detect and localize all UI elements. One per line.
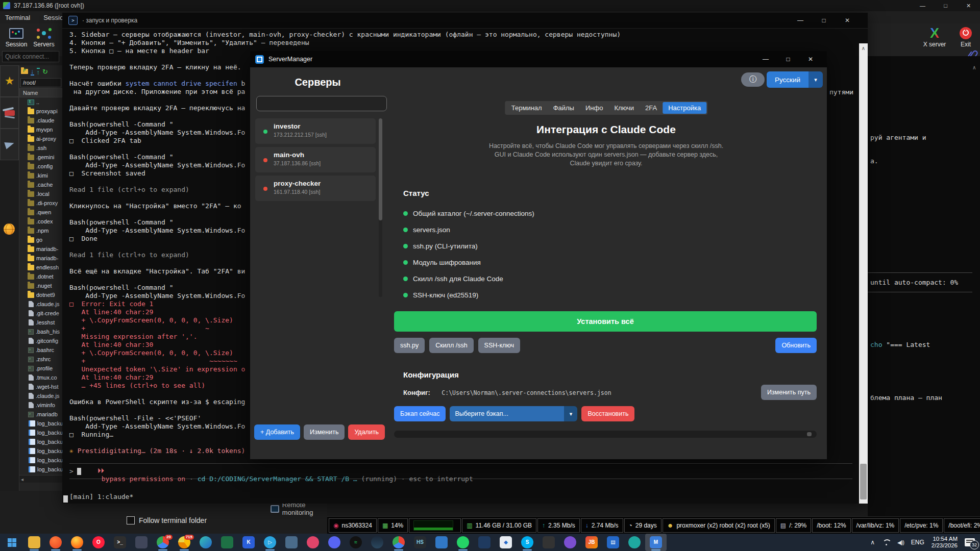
tool-button[interactable]: ssh.py [394,338,425,353]
folder-up-icon[interactable] [21,69,28,74]
file-row[interactable]: .cache [19,180,62,189]
server-list-scrollbar[interactable] [379,118,382,297]
file-row[interactable]: .mariadb [19,410,62,419]
file-row[interactable]: go [19,235,62,244]
backup-now-button[interactable]: Бэкап сейчас [394,406,446,421]
taskbar-app[interactable]: HS [409,534,431,551]
file-list-hscrollbar[interactable]: ◂ [19,475,62,483]
file-row[interactable]: .bash_his [19,327,62,336]
tab-item[interactable]: Инфо [580,102,608,114]
tool-button[interactable]: Скилл /ssh [429,338,473,353]
keyboard-language[interactable]: ENG [911,539,924,546]
sidebar-tab-macros[interactable] [0,129,19,160]
file-row[interactable]: .git-crede [19,309,62,318]
delete-server-button[interactable]: Удалить [348,424,385,440]
taskbar-app[interactable] [195,534,216,551]
file-row[interactable]: .npm [19,226,62,235]
taskbar-app[interactable]: >_ [109,534,131,551]
scrollbar-thumb[interactable] [807,432,812,436]
file-column-header[interactable]: Name [19,88,62,97]
file-row[interactable]: .claude.js [19,391,62,400]
taskbar-app[interactable] [45,534,66,551]
taskbar-app[interactable] [302,534,324,551]
file-row[interactable]: mariadb- [19,244,62,254]
file-row[interactable]: .bashrc [19,345,62,355]
file-row[interactable]: .di-proxy [19,198,62,208]
file-row[interactable]: log_backu [19,419,62,428]
file-row[interactable]: .nuget [19,281,62,290]
tray-clock[interactable]: 10:54 AM 2/23/2026 [932,536,958,549]
add-server-button[interactable]: + Добавить [254,424,300,440]
terminal-scrollbar[interactable]: ∧ [859,43,868,504]
file-row[interactable]: .claude.js [19,299,62,309]
taskbar-app[interactable] [388,534,409,551]
tab-item[interactable]: Файлы [548,102,580,114]
tab-item[interactable]: Ключи [608,102,640,114]
maximize-icon[interactable]: □ [777,51,799,67]
install-all-button[interactable]: Установить всё [394,311,817,332]
file-row[interactable]: proxyapi [19,107,62,116]
file-row[interactable]: .ssh [19,143,62,153]
file-path-field[interactable]: /root/ [20,78,61,87]
xserver-button[interactable]: X X server [919,26,950,48]
file-row[interactable]: .codex [19,217,62,226]
maximize-icon[interactable]: □ [934,0,957,11]
globe-icon[interactable] [4,223,15,235]
restore-button[interactable]: Восстановить [581,406,634,421]
backup-select[interactable]: Выберите бэкап... ▾ [450,406,577,421]
scrollbar-thumb[interactable] [860,464,867,499]
server-list-item[interactable]: proxy-checker 161.97.118.40 [ssh] [255,176,376,201]
scroll-up-icon[interactable]: ∧ [972,64,976,71]
wifi-icon[interactable] [882,539,890,545]
taskbar-app[interactable] [131,534,152,551]
taskbar-app[interactable]: K [238,534,259,551]
checkbox-icon[interactable] [127,516,135,524]
file-row[interactable]: .claude [19,116,62,125]
file-row[interactable]: .kimi [19,171,62,180]
taskbar-app[interactable]: S [517,534,538,551]
taskbar-app[interactable]: O [88,534,109,551]
refresh-icon[interactable]: ↻ [42,68,48,75]
taskbar-app[interactable]: M [645,534,667,551]
file-row[interactable]: log_backu [19,437,62,446]
taskbar-app[interactable] [366,534,388,551]
minimize-icon[interactable]: — [754,51,777,67]
sidebar-tab-tools[interactable] [0,97,19,129]
file-row[interactable]: ai-proxy [19,134,62,143]
scrollbar-thumb[interactable] [379,118,382,220]
terminal-titlebar[interactable]: > · запуск и проверка — □ ✕ [62,13,868,29]
exit-button[interactable]: Exit [955,26,976,48]
sidebar-tab-favorites[interactable]: ★ [0,65,19,97]
change-path-button[interactable]: Изменить путь [761,385,817,400]
taskbar-app[interactable]: ≈ [345,534,366,551]
taskbar-app[interactable]: 20 [152,534,174,551]
taskbar-app[interactable]: ▷ [259,534,281,551]
close-icon[interactable]: ✕ [799,51,822,67]
follow-terminal-folder[interactable]: Follow terminal folder [127,516,207,524]
file-row[interactable]: .lesshst [19,318,62,327]
taskbar-app[interactable] [624,534,645,551]
file-row[interactable]: .wget-hst [19,382,62,391]
file-row[interactable]: .gemini [19,153,62,162]
start-button[interactable] [0,534,23,551]
taskbar-app[interactable] [538,534,559,551]
file-row[interactable]: .local [19,189,62,198]
taskbar-app[interactable]: ◆ [495,534,517,551]
close-icon[interactable]: ✕ [957,0,980,11]
taskbar-app[interactable] [66,534,88,551]
minimize-icon[interactable]: — [911,0,934,11]
file-row[interactable]: myvpn [19,125,62,134]
close-icon[interactable]: ✕ [836,13,859,28]
file-row[interactable]: .qwen [19,208,62,217]
horizontal-scrollbar[interactable] [394,431,817,438]
file-row[interactable]: mariadb- [19,254,62,263]
taskbar-app[interactable] [23,534,45,551]
file-row[interactable]: log_backu [19,465,62,474]
file-row[interactable]: .tmux.co [19,373,62,382]
taskbar-app[interactable] [474,534,495,551]
servermanager-titlebar[interactable]: ServerManager — □ ✕ [250,51,827,67]
minimize-icon[interactable]: — [789,13,812,28]
file-row[interactable]: .zshrc [19,355,62,364]
refresh-button[interactable]: Обновить [775,338,817,353]
file-row[interactable]: log_backu [19,428,62,437]
